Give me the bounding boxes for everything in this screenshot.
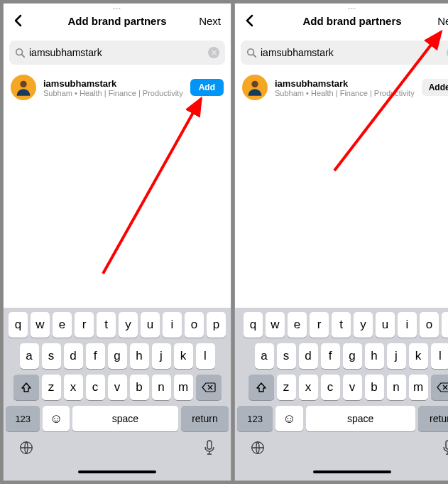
key-l[interactable]: l <box>196 343 215 369</box>
key-m[interactable]: m <box>409 375 428 400</box>
key-h[interactable]: h <box>130 343 149 369</box>
result-subtitle: Subham • Health | Finance | Productivity <box>43 89 183 97</box>
key-t[interactable]: t <box>332 312 351 338</box>
key-p[interactable]: p <box>207 312 226 338</box>
key-h[interactable]: h <box>365 343 384 369</box>
key-u[interactable]: u <box>141 312 160 338</box>
key-e[interactable]: e <box>288 312 307 338</box>
key-v[interactable]: v <box>108 375 127 400</box>
key-i[interactable]: i <box>163 312 182 338</box>
keyboard-bottom-bar <box>6 437 229 461</box>
key-q[interactable]: q <box>244 312 263 338</box>
key-i[interactable]: i <box>398 312 417 338</box>
mic-icon[interactable] <box>442 440 448 459</box>
globe-icon[interactable] <box>18 440 34 459</box>
key-return[interactable]: return <box>181 406 229 431</box>
avatar <box>242 75 268 100</box>
key-shift[interactable] <box>13 375 39 400</box>
next-button[interactable]: Next <box>433 12 448 30</box>
search-result-row[interactable]: iamsubhamstark Subham • Health | Finance… <box>235 70 448 104</box>
key-n[interactable]: n <box>387 375 406 400</box>
key-m[interactable]: m <box>174 375 193 400</box>
search-icon <box>15 48 25 58</box>
key-emoji[interactable]: ☺ <box>43 406 69 431</box>
search-icon <box>246 48 256 58</box>
key-c[interactable]: c <box>86 375 105 400</box>
key-g[interactable]: g <box>343 343 362 369</box>
key-j[interactable]: j <box>152 343 171 369</box>
svg-line-7 <box>253 55 256 58</box>
key-x[interactable]: x <box>64 375 83 400</box>
key-shift[interactable] <box>248 375 274 400</box>
key-x[interactable]: x <box>299 375 318 400</box>
key-space[interactable]: space <box>306 406 415 431</box>
key-w[interactable]: w <box>266 312 285 338</box>
key-s[interactable]: s <box>277 343 296 369</box>
key-u[interactable]: u <box>376 312 395 338</box>
key-b[interactable]: b <box>130 375 149 400</box>
clear-search-icon[interactable]: ✕ <box>208 47 219 58</box>
key-c[interactable]: c <box>321 375 340 400</box>
result-username: iamsubhamstark <box>43 78 183 89</box>
key-z[interactable]: z <box>42 375 61 400</box>
key-e[interactable]: e <box>53 312 72 338</box>
key-b[interactable]: b <box>365 375 384 400</box>
added-button[interactable]: Added <box>422 79 448 96</box>
key-f[interactable]: f <box>321 343 340 369</box>
key-d[interactable]: d <box>299 343 318 369</box>
key-f[interactable]: f <box>86 343 105 369</box>
keyboard: q w e r t y u i o p a s d f g h j k l z … <box>235 308 448 480</box>
key-p[interactable]: p <box>442 312 448 338</box>
avatar <box>11 75 36 100</box>
key-o[interactable]: o <box>185 312 204 338</box>
key-r[interactable]: r <box>310 312 329 338</box>
search-input[interactable] <box>261 47 442 58</box>
home-indicator[interactable] <box>237 466 448 478</box>
key-k[interactable]: k <box>174 343 193 369</box>
search-input[interactable] <box>29 47 204 58</box>
key-s[interactable]: s <box>42 343 61 369</box>
page-title: Add brand partners <box>235 15 448 27</box>
key-j[interactable]: j <box>387 343 406 369</box>
key-g[interactable]: g <box>108 343 127 369</box>
key-numbers[interactable]: 123 <box>6 406 40 431</box>
key-backspace[interactable] <box>431 375 449 400</box>
search-field[interactable]: ✕ <box>9 41 225 65</box>
svg-rect-4 <box>207 441 212 449</box>
mic-icon[interactable] <box>203 440 216 459</box>
key-y[interactable]: y <box>119 312 138 338</box>
header: Add brand partners Next <box>235 4 448 38</box>
home-indicator[interactable] <box>6 466 229 478</box>
key-z[interactable]: z <box>277 375 296 400</box>
next-button[interactable]: Next <box>195 12 225 30</box>
key-o[interactable]: o <box>420 312 439 338</box>
key-t[interactable]: t <box>97 312 116 338</box>
key-q[interactable]: q <box>9 312 28 338</box>
search-field[interactable]: ✕ <box>241 41 448 65</box>
add-button[interactable]: Add <box>190 79 224 96</box>
back-button[interactable] <box>9 11 28 30</box>
key-w[interactable]: w <box>31 312 50 338</box>
key-backspace[interactable] <box>196 375 222 400</box>
key-return[interactable]: return <box>418 406 448 431</box>
key-emoji[interactable]: ☺ <box>275 406 303 431</box>
key-v[interactable]: v <box>343 375 362 400</box>
key-d[interactable]: d <box>64 343 83 369</box>
key-r[interactable]: r <box>75 312 94 338</box>
key-space[interactable]: space <box>72 406 178 431</box>
key-y[interactable]: y <box>354 312 373 338</box>
header: Add brand partners Next <box>4 4 231 38</box>
search-result-row[interactable]: iamsubhamstark Subham • Health | Finance… <box>4 70 231 104</box>
svg-point-8 <box>251 81 258 87</box>
back-button[interactable] <box>241 11 259 30</box>
globe-icon[interactable] <box>250 440 266 459</box>
key-n[interactable]: n <box>152 375 171 400</box>
key-numbers[interactable]: 123 <box>237 406 273 431</box>
keyboard-bottom-bar <box>237 437 448 461</box>
content-spacer <box>235 104 448 308</box>
svg-line-1 <box>22 55 25 58</box>
key-a[interactable]: a <box>20 343 39 369</box>
key-a[interactable]: a <box>255 343 274 369</box>
key-k[interactable]: k <box>409 343 428 369</box>
key-l[interactable]: l <box>431 343 449 369</box>
